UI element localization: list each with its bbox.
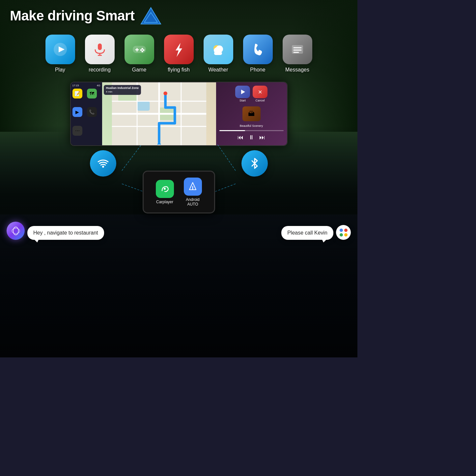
app-messages-label: Messages: [285, 67, 309, 73]
nav-start-button[interactable]: [235, 86, 250, 98]
dest-name: Hualian Industrial Zone: [106, 86, 139, 90]
svg-point-12: [140, 49, 142, 51]
messages-icon: [283, 35, 312, 64]
carplay-icon: [156, 180, 174, 198]
carplay-label: Carplayer: [156, 200, 173, 204]
signal-display: 4G: [97, 84, 100, 87]
svg-point-11: [143, 49, 144, 51]
google-text: Please call Kevin: [287, 230, 327, 236]
app-recording[interactable]: recording: [85, 35, 115, 73]
svg-point-41: [164, 188, 166, 190]
svg-line-37: [217, 144, 236, 171]
siri-bubble-container: Hey , navigate to restaurant: [7, 222, 104, 240]
app-weather[interactable]: Weather: [204, 35, 233, 73]
svg-rect-4: [98, 43, 102, 50]
apps-row: Play recording: [0, 31, 357, 77]
phone-dialer-app: 📞: [87, 107, 97, 117]
app-flyingfish-label: flying fish: [168, 67, 190, 73]
svg-marker-14: [176, 43, 182, 57]
maps-app: 🗺: [87, 89, 97, 98]
bluetooth-circle: [241, 150, 268, 177]
phone-ui-panel: 17:15 4G 📝 🗺 ▶ 📞 ⋯: [71, 82, 102, 145]
svg-marker-0: [141, 8, 161, 24]
phone-call-icon: [243, 35, 273, 64]
brand-logo: [139, 6, 162, 26]
bluetooth-icon: [248, 157, 261, 170]
map-panel: Hualian Industrial Zone 4 min: [102, 82, 216, 145]
app-game[interactable]: Game: [125, 35, 154, 73]
app-game-label: Game: [132, 67, 147, 73]
music-title: Beautiful Scenery: [219, 124, 284, 127]
svg-point-40: [102, 166, 104, 168]
voice-bubbles: Hey , navigate to restaurant Please call…: [0, 222, 357, 240]
g-dot-green: [340, 233, 343, 237]
android-symbol: [187, 181, 198, 192]
map-background: Hualian Industrial Zone 4 min: [102, 82, 216, 145]
siri-speech-bubble: Hey , navigate to restaurant: [27, 226, 104, 240]
forward-button[interactable]: ⏭: [259, 134, 265, 141]
car-display: 17:15 4G 📝 🗺 ▶ 📞 ⋯: [70, 82, 288, 146]
g-dot-blue: [340, 229, 343, 232]
app-phone-label: Phone: [250, 67, 265, 73]
svg-line-36: [122, 144, 142, 171]
phone-apps-grid: 📝 🗺 ▶ 📞 ⋯: [72, 88, 101, 144]
weather-icon: [204, 35, 233, 64]
svg-rect-18: [214, 52, 222, 55]
pause-button[interactable]: ⏸: [248, 134, 254, 141]
wifi-icon: [97, 157, 110, 170]
start-label: Start: [239, 99, 246, 102]
album-art: 🏔: [242, 106, 261, 121]
wifi-indicator: [90, 150, 116, 177]
phone-status-bar: 17:15 4G: [72, 84, 101, 87]
google-assistant-icon: [336, 225, 351, 240]
app-play-label: Play: [55, 67, 65, 73]
progress-fill: [219, 130, 245, 131]
music-panel: Start ✕ Cancel 🏔 Beautiful Scenery ⏮ ⏸ ⏭: [216, 82, 287, 145]
app-recording-label: recording: [89, 67, 111, 73]
siri-text: Hey , navigate to restaurant: [33, 230, 98, 236]
header: Make driving Smart: [0, 0, 357, 29]
wifi-circle: [90, 150, 116, 177]
play-icon: [45, 35, 75, 64]
game-icon: [125, 35, 154, 64]
svg-point-13: [141, 51, 143, 52]
g-dot-red: [344, 229, 348, 232]
app-flyingfish[interactable]: flying fish: [164, 35, 194, 73]
phone-device: Carplayer AndroidAUTO: [143, 171, 215, 213]
android-auto-app[interactable]: AndroidAUTO: [184, 178, 202, 207]
time-display: 17:15: [72, 84, 79, 87]
dashboard-area: 17:15 4G 📝 🗺 ▶ 📞 ⋯: [0, 78, 357, 243]
svg-rect-26: [137, 101, 150, 111]
nav-cancel-button[interactable]: ✕: [253, 86, 267, 98]
carplay-symbol: [159, 183, 170, 194]
cancel-label: Cancel: [255, 99, 265, 102]
playback-controls: ⏮ ⏸ ⏭: [219, 134, 284, 141]
play-store-app: ▶: [72, 107, 82, 117]
recording-icon: [85, 35, 115, 64]
notes-app: 📝: [72, 89, 82, 98]
carplay-app[interactable]: Carplayer: [156, 180, 174, 204]
navigation-controls: Start ✕ Cancel: [219, 86, 284, 102]
flash-icon: [164, 35, 194, 64]
google-speech-bubble: Please call Kevin: [281, 226, 333, 240]
app-weather-label: Weather: [208, 67, 228, 73]
android-auto-icon: [184, 178, 202, 196]
app-messages[interactable]: Messages: [283, 35, 312, 73]
google-bubble-container: Please call Kevin: [281, 225, 351, 240]
page-title: Make driving Smart: [10, 8, 134, 24]
android-auto-label: AndroidAUTO: [186, 197, 199, 207]
progress-bar: [219, 130, 284, 131]
dest-eta: 4 min: [106, 90, 139, 94]
siri-icon: [7, 222, 25, 240]
app-phone[interactable]: Phone: [243, 35, 273, 73]
bluetooth-indicator: [241, 150, 268, 177]
more-apps: ⋯: [72, 126, 82, 136]
rewind-button[interactable]: ⏮: [238, 134, 243, 141]
svg-point-33: [163, 92, 167, 95]
map-destination-label: Hualian Industrial Zone 4 min: [104, 85, 141, 95]
g-dot-yellow: [344, 233, 348, 237]
svg-marker-35: [241, 90, 245, 94]
svg-point-10: [141, 48, 143, 50]
siri-symbol: [11, 226, 21, 236]
app-play[interactable]: Play: [45, 35, 75, 73]
